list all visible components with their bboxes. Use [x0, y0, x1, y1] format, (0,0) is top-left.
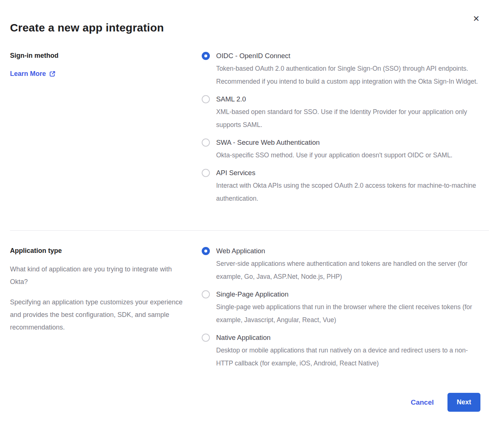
learn-more-link[interactable]: Learn More	[10, 70, 56, 78]
sign-in-method-heading: Sign-in method	[10, 51, 191, 60]
radio-button[interactable]	[202, 247, 210, 255]
radio-option-text: Web Application Server-side applications…	[216, 246, 481, 283]
radio-option: Web Application Server-side applications…	[202, 246, 481, 283]
application-type-options: Web Application Server-side applications…	[202, 246, 481, 370]
radio-option-label[interactable]: Single-Page Application	[216, 290, 481, 299]
radio-option: Single-Page Application Single-page web …	[202, 290, 481, 327]
radio-option-description: Single-page web applications that run in…	[216, 301, 481, 327]
sign-in-method-left-column: Sign-in method Learn More	[10, 51, 202, 205]
section-divider	[10, 230, 489, 231]
radio-button[interactable]	[202, 52, 210, 60]
radio-button[interactable]	[202, 138, 210, 147]
radio-option-description: Interact with Okta APIs using the scoped…	[216, 179, 481, 205]
radio-option-text: SAML 2.0 XML-based open standard for SSO…	[216, 94, 481, 131]
external-link-icon	[49, 70, 56, 77]
sign-in-method-options: OIDC - OpenID Connect Token-based OAuth …	[202, 51, 481, 205]
radio-button[interactable]	[202, 290, 210, 298]
radio-button[interactable]	[202, 169, 210, 177]
close-button[interactable]: ✕	[472, 13, 481, 24]
radio-option: SWA - Secure Web Authentication Okta-spe…	[202, 138, 481, 162]
radio-option-label[interactable]: Native Application	[216, 333, 481, 342]
sign-in-method-section: Sign-in method Learn More OIDC - OpenID …	[10, 51, 481, 205]
radio-option-text: API Services Interact with Okta APIs usi…	[216, 168, 481, 205]
radio-option-text: Single-Page Application Single-page web …	[216, 290, 481, 327]
application-type-intro-1: What kind of application are you trying …	[10, 263, 188, 288]
application-type-heading: Application type	[10, 246, 191, 255]
radio-option-description: XML-based open standard for SSO. Use if …	[216, 106, 481, 131]
radio-option-description: Token-based OAuth 2.0 authentication for…	[216, 62, 481, 88]
radio-option: API Services Interact with Okta APIs usi…	[202, 168, 481, 205]
application-type-left-column: Application type What kind of applicatio…	[10, 246, 202, 370]
next-button[interactable]: Next	[447, 393, 480, 412]
radio-option-description: Server-side applications where authentic…	[216, 257, 481, 283]
cancel-button[interactable]: Cancel	[411, 398, 434, 407]
dialog-footer: Cancel Next	[10, 393, 481, 412]
radio-option: SAML 2.0 XML-based open standard for SSO…	[202, 94, 481, 131]
radio-option-label[interactable]: Web Application	[216, 246, 481, 256]
radio-option-description: Okta-specific SSO method. Use if your ap…	[216, 149, 452, 162]
create-app-integration-dialog: ✕ Create a new app integration Sign-in m…	[0, 0, 493, 448]
radio-option-text: OIDC - OpenID Connect Token-based OAuth …	[216, 51, 481, 88]
radio-option-label[interactable]: SAML 2.0	[216, 94, 481, 104]
application-type-intro-2: Specifying an application type customize…	[10, 296, 188, 334]
close-icon: ✕	[473, 14, 480, 23]
radio-option-label[interactable]: SWA - Secure Web Authentication	[216, 138, 452, 147]
radio-button[interactable]	[202, 95, 210, 103]
application-type-section: Application type What kind of applicatio…	[10, 246, 481, 370]
radio-option-label[interactable]: OIDC - OpenID Connect	[216, 51, 481, 61]
radio-option: Native Application Desktop or mobile app…	[202, 333, 481, 370]
radio-button[interactable]	[202, 334, 210, 342]
radio-option-text: Native Application Desktop or mobile app…	[216, 333, 481, 370]
learn-more-label: Learn More	[10, 70, 46, 78]
dialog-title: Create a new app integration	[10, 21, 481, 34]
radio-option-text: SWA - Secure Web Authentication Okta-spe…	[216, 138, 452, 162]
radio-option-description: Desktop or mobile applications that run …	[216, 344, 481, 370]
radio-option-label[interactable]: API Services	[216, 168, 481, 178]
radio-option: OIDC - OpenID Connect Token-based OAuth …	[202, 51, 481, 88]
